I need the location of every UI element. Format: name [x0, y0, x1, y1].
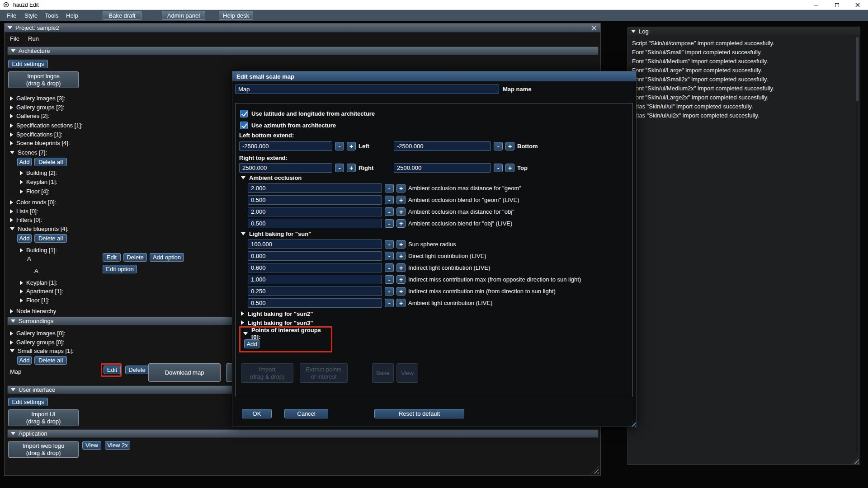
- tree-item-scenes[interactable]: Scenes [7]:: [10, 148, 47, 157]
- reset-to-default-button[interactable]: Reset to default: [374, 409, 464, 418]
- expand-arrow-icon[interactable]: [20, 248, 23, 253]
- value-input[interactable]: [248, 207, 382, 216]
- value-input[interactable]: [248, 195, 382, 205]
- tree-item-floor4[interactable]: Floor [4]:: [20, 187, 49, 196]
- dialog-resize-grip[interactable]: [629, 419, 636, 427]
- light-sun-header[interactable]: Light baking for "sun": [241, 230, 311, 237]
- tree-item-scene-blueprints[interactable]: Scene blueprints [4]:: [10, 139, 70, 147]
- tree-item-lists[interactable]: Lists [0]:: [10, 207, 38, 216]
- increment-button[interactable]: +: [396, 240, 406, 249]
- expand-arrow-icon[interactable]: [20, 189, 23, 194]
- tree-item-node-blueprints[interactable]: Node blueprints [4]:: [10, 225, 69, 233]
- expand-arrow-icon[interactable]: [241, 311, 244, 316]
- collapse-arrow-icon[interactable]: [243, 332, 248, 335]
- minimize-button[interactable]: [806, 0, 826, 10]
- decrement-button[interactable]: -: [385, 287, 394, 296]
- project-menu-run[interactable]: Run: [28, 34, 39, 43]
- increment-button[interactable]: +: [396, 287, 406, 296]
- decrement-button[interactable]: -: [385, 196, 394, 204]
- import-web-logo-button[interactable]: Import web logo (drag & drop): [8, 441, 79, 458]
- collapse-arrow-icon[interactable]: [11, 49, 15, 52]
- node-a-edit-button[interactable]: Edit: [103, 253, 121, 262]
- collapse-arrow-icon[interactable]: [11, 432, 15, 435]
- tree-item-galleries[interactable]: Galleries [2]:: [10, 112, 49, 120]
- section-architecture[interactable]: Architecture: [7, 47, 599, 55]
- decrement-button[interactable]: -: [385, 219, 394, 228]
- ambient-occlusion-header[interactable]: Ambient occlusion: [241, 174, 302, 181]
- help-desk-button[interactable]: Help desk: [219, 11, 253, 20]
- ok-button[interactable]: OK: [242, 409, 272, 418]
- tree-item-keyplan-np[interactable]: Keyplan [1]:: [20, 278, 57, 287]
- bake-draft-button[interactable]: Bake draft: [103, 11, 142, 20]
- expand-arrow-icon[interactable]: [10, 200, 13, 205]
- menu-tools[interactable]: Tools: [45, 10, 58, 21]
- tree-item-color-mods[interactable]: Color mods [0]:: [10, 198, 56, 206]
- value-input[interactable]: [248, 183, 382, 193]
- bottom-extend-input[interactable]: [394, 141, 491, 151]
- import-ui-button[interactable]: Import UI (drag & drop): [8, 409, 79, 426]
- increment-button[interactable]: +: [396, 219, 406, 228]
- import-logos-button[interactable]: Import logos (drag & drop): [8, 71, 79, 88]
- node-a-delete-button[interactable]: Delete: [123, 253, 147, 262]
- expand-arrow-icon[interactable]: [10, 114, 13, 118]
- admin-panel-button[interactable]: Admin panel: [162, 11, 205, 20]
- value-input[interactable]: [248, 263, 382, 272]
- collapse-arrow-icon[interactable]: [10, 227, 14, 230]
- increment-button[interactable]: +: [505, 142, 514, 150]
- map-delete-button[interactable]: Delete: [125, 366, 149, 374]
- increment-button[interactable]: +: [347, 164, 356, 172]
- increment-button[interactable]: +: [505, 164, 514, 172]
- decrement-button[interactable]: -: [494, 142, 503, 150]
- log-scrollbar[interactable]: [856, 37, 859, 455]
- project-menu-file[interactable]: File: [10, 34, 19, 43]
- menu-file[interactable]: File: [7, 10, 16, 21]
- tree-item-building1[interactable]: Building [1]:: [20, 246, 57, 254]
- decrement-button[interactable]: -: [385, 207, 394, 216]
- collapse-arrow-icon[interactable]: [241, 176, 245, 179]
- tree-item-floor1[interactable]: Floor [1]:: [20, 296, 49, 305]
- increment-button[interactable]: +: [396, 207, 406, 216]
- expand-arrow-icon[interactable]: [20, 171, 23, 175]
- expand-arrow-icon[interactable]: [10, 132, 13, 137]
- decrement-button[interactable]: -: [385, 240, 394, 249]
- section-application[interactable]: Application: [7, 429, 599, 438]
- expand-arrow-icon[interactable]: [10, 105, 13, 110]
- tree-item-spec-sections[interactable]: Specification sections [1]:: [10, 121, 83, 130]
- tree-item-specifications[interactable]: Specifications [1]:: [10, 130, 62, 139]
- download-map-button[interactable]: Download map: [148, 363, 221, 382]
- decrement-button[interactable]: -: [385, 184, 394, 192]
- collapse-arrow-icon[interactable]: [11, 388, 15, 391]
- maps-delete-all-button[interactable]: Delete all: [34, 356, 67, 365]
- tree-item-gallery-images[interactable]: Gallery images [3]:: [10, 94, 65, 103]
- increment-button[interactable]: +: [347, 142, 356, 150]
- decrement-button[interactable]: -: [385, 299, 394, 307]
- decrement-button[interactable]: -: [335, 164, 344, 172]
- expand-arrow-icon[interactable]: [10, 209, 13, 214]
- top-extend-input[interactable]: [394, 163, 491, 173]
- panel-resize-grip[interactable]: [591, 466, 599, 474]
- right-extend-input[interactable]: [239, 163, 332, 173]
- tree-item-node-a-option[interactable]: A: [34, 267, 38, 275]
- left-extend-input[interactable]: [239, 141, 332, 151]
- arch-edit-settings-button[interactable]: Edit settings: [8, 60, 48, 68]
- dialog-titlebar[interactable]: Edit small scale map: [232, 71, 636, 81]
- expand-arrow-icon[interactable]: [20, 180, 23, 184]
- tree-item-sur-gallery-groups[interactable]: Gallery groups [0]:: [10, 338, 64, 347]
- collapse-arrow-icon[interactable]: [11, 319, 15, 323]
- tree-item-filters[interactable]: Filters [0]:: [10, 216, 42, 224]
- increment-button[interactable]: +: [396, 299, 406, 307]
- collapse-arrow-icon[interactable]: [10, 349, 14, 352]
- scenes-add-button[interactable]: Add: [17, 158, 32, 166]
- poi-header[interactable]: Points of interest groups [0]:: [243, 330, 331, 337]
- checkbox-checked-icon[interactable]: [240, 122, 248, 129]
- scenes-delete-all-button[interactable]: Delete all: [34, 158, 67, 166]
- map-edit-button[interactable]: Edit: [104, 366, 121, 374]
- expand-arrow-icon[interactable]: [20, 289, 23, 294]
- increment-button[interactable]: +: [396, 263, 406, 272]
- node-a-add-option-button[interactable]: Add option: [150, 253, 184, 262]
- expand-arrow-icon[interactable]: [20, 298, 23, 303]
- node-a-edit-option-button[interactable]: Edit option: [103, 265, 137, 273]
- decrement-button[interactable]: -: [385, 275, 394, 284]
- light-sun2-header[interactable]: Light baking for "sun2": [241, 310, 313, 317]
- project-close-icon[interactable]: [591, 25, 597, 31]
